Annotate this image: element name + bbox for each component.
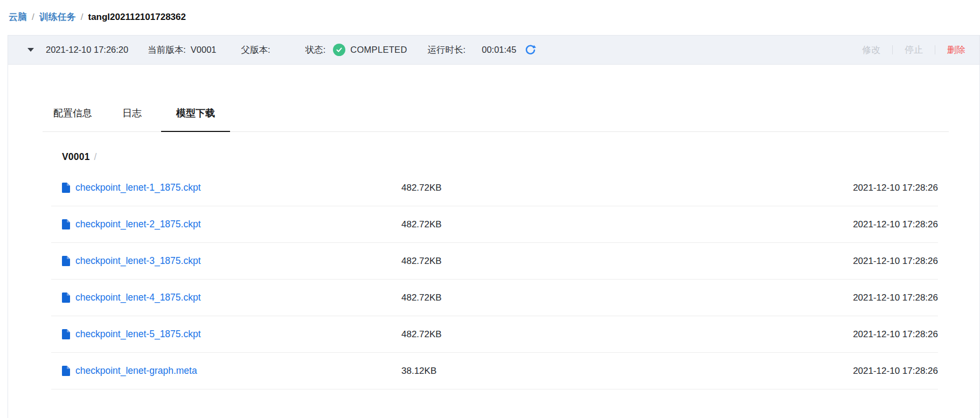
detail-tabs: 配置信息 日志 模型下载 <box>43 107 949 132</box>
file-download-link[interactable]: checkpoint_lenet-1_1875.ckpt <box>75 182 201 193</box>
version-header: 2021-12-10 17:26:20 当前版本: V0001 父版本: 状态:… <box>8 36 979 65</box>
file-download-link[interactable]: checkpoint_lenet-2_1875.ckpt <box>75 219 201 230</box>
duration-value: 00:01:45 <box>482 45 516 55</box>
file-modified-time: 2021-12-10 17:28:26 <box>853 292 938 303</box>
file-modified-time: 2021-12-10 17:28:26 <box>853 329 938 340</box>
refresh-icon[interactable] <box>525 44 536 55</box>
file-size: 38.12KB <box>401 366 853 377</box>
table-row: checkpoint_lenet-graph.meta 38.12KB 2021… <box>51 353 938 389</box>
file-size: 482.72KB <box>401 256 853 267</box>
file-modified-time: 2021-12-10 17:28:26 <box>853 366 938 377</box>
file-download-link[interactable]: checkpoint_lenet-graph.meta <box>75 365 197 377</box>
current-version-label: 当前版本: <box>148 44 186 56</box>
file-download-link[interactable]: checkpoint_lenet-3_1875.ckpt <box>75 255 201 267</box>
file-document-icon <box>62 256 70 266</box>
version-created-time: 2021-12-10 17:26:20 <box>46 45 128 55</box>
stop-button[interactable]: 停止 <box>905 44 923 56</box>
breadcrumb-separator: / <box>32 12 34 23</box>
action-divider <box>935 45 935 54</box>
file-size: 482.72KB <box>401 292 853 303</box>
tab-model-download[interactable]: 模型下载 <box>161 107 230 132</box>
tab-config-info[interactable]: 配置信息 <box>43 107 103 132</box>
table-row: checkpoint_lenet-5_1875.ckpt 482.72KB 20… <box>51 316 938 353</box>
breadcrumb-link-training-jobs[interactable]: 训练任务 <box>39 11 76 23</box>
model-path-separator: / <box>94 151 97 163</box>
version-actions: 修改 停止 删除 <box>862 44 965 56</box>
file-document-icon <box>62 366 70 376</box>
file-modified-time: 2021-12-10 17:28:26 <box>853 219 938 230</box>
job-card: 2021-12-10 17:26:20 当前版本: V0001 父版本: 状态:… <box>8 35 980 418</box>
collapse-caret-icon[interactable] <box>27 48 34 52</box>
file-size: 482.72KB <box>401 183 853 193</box>
tab-logs[interactable]: 日志 <box>112 107 152 132</box>
breadcrumb-link-cloudbrain[interactable]: 云脑 <box>9 11 27 23</box>
file-document-icon <box>62 329 70 339</box>
file-modified-time: 2021-12-10 17:28:26 <box>853 183 938 193</box>
model-file-table: checkpoint_lenet-1_1875.ckpt 482.72KB 20… <box>51 170 938 389</box>
current-version-value: V0001 <box>191 45 217 55</box>
model-path-root[interactable]: V0001 <box>62 151 90 163</box>
table-row: checkpoint_lenet-3_1875.ckpt 482.72KB 20… <box>51 243 938 280</box>
file-download-link[interactable]: checkpoint_lenet-5_1875.ckpt <box>75 329 201 340</box>
status-label: 状态: <box>305 44 326 56</box>
status-value: COMPLETED <box>350 45 407 55</box>
table-row: checkpoint_lenet-2_1875.ckpt 482.72KB 20… <box>51 206 938 243</box>
table-row: checkpoint_lenet-4_1875.ckpt 482.72KB 20… <box>51 280 938 316</box>
breadcrumb-separator: / <box>81 12 84 23</box>
duration-label: 运行时长: <box>428 44 466 56</box>
breadcrumb: 云脑 / 训练任务 / tangl202112101728362 <box>0 0 980 23</box>
file-download-link[interactable]: checkpoint_lenet-4_1875.ckpt <box>75 292 201 303</box>
parent-version-label: 父版本: <box>241 44 270 56</box>
file-document-icon <box>62 219 70 229</box>
file-document-icon <box>62 292 70 303</box>
file-size: 482.72KB <box>401 219 853 230</box>
file-size: 482.72KB <box>401 329 853 340</box>
modify-button[interactable]: 修改 <box>862 44 880 56</box>
action-divider <box>892 45 893 54</box>
delete-button[interactable]: 删除 <box>947 44 965 56</box>
breadcrumb-current-job: tangl202112101728362 <box>88 12 186 23</box>
model-path: V0001 / <box>62 151 979 163</box>
file-modified-time: 2021-12-10 17:28:26 <box>853 256 938 267</box>
file-document-icon <box>62 183 70 193</box>
status-completed-check-icon <box>333 44 345 56</box>
table-row: checkpoint_lenet-1_1875.ckpt 482.72KB 20… <box>51 170 938 206</box>
